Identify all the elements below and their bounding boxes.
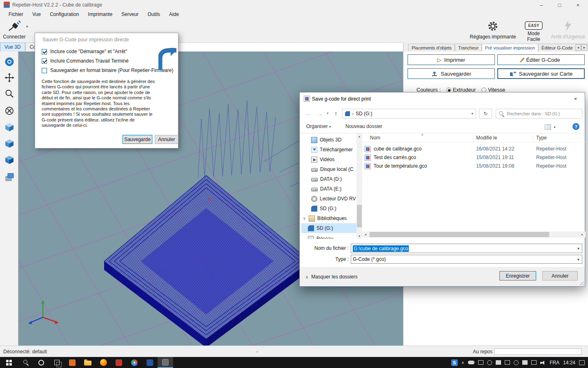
start-button[interactable] xyxy=(0,357,18,368)
volume-icon[interactable] xyxy=(540,360,546,365)
breadcrumb-location[interactable]: SD (G:) xyxy=(356,111,372,117)
close-button[interactable]: × xyxy=(569,0,587,10)
save-gcode-button[interactable]: Sauvegarder xyxy=(408,68,495,79)
tree-item-objets-3d[interactable]: Objets 3D xyxy=(301,135,356,145)
tree-item-dvd[interactable]: Lecteur DVD RV xyxy=(301,194,356,204)
column-nom[interactable]: Nom xyxy=(370,135,380,141)
move-view-tool[interactable] xyxy=(3,72,16,84)
tree-item-data-d[interactable]: DATA (D:) xyxy=(301,174,356,184)
back-button[interactable]: ← xyxy=(305,110,312,117)
organize-menu[interactable]: Organiser ▾ xyxy=(306,123,331,129)
edit-gcode-button[interactable]: Éditer G-Code xyxy=(497,54,585,65)
tray-expand-icon[interactable]: ∧ xyxy=(461,360,464,365)
menu-outils[interactable]: Outils xyxy=(143,11,165,18)
task-view-button[interactable] xyxy=(49,357,65,368)
notification-center-icon[interactable] xyxy=(579,360,585,365)
column-type[interactable]: Type xyxy=(536,135,547,141)
navigate-ball-tool[interactable] xyxy=(3,56,16,68)
tree-scrollbar[interactable]: ▴ ▾ xyxy=(356,133,362,239)
file-row-tour-de-temperature[interactable]: Tour de température.gco 15/08/2021 19:08… xyxy=(362,162,586,171)
minimize-button[interactable]: – xyxy=(532,0,550,10)
tree-item-sd-g-selected[interactable]: SD (G:) xyxy=(301,223,356,233)
tray-icon-2[interactable] xyxy=(487,360,492,365)
checkbox-start-stop-code[interactable]: Inclure code "Démarrage" et "Arrêt" xyxy=(42,49,127,54)
address-bar[interactable]: › SD (G:) ▾ xyxy=(342,109,476,119)
connect-button[interactable]: Connecter xyxy=(2,20,27,40)
tree-item-reseau[interactable]: Réseau xyxy=(301,234,356,239)
scroll-down-arrow[interactable]: ▾ xyxy=(356,233,362,239)
view-front-tool[interactable] xyxy=(3,121,16,133)
gcode-save-button[interactable]: Sauvegarde xyxy=(122,135,152,144)
tab-editeur-gcode[interactable]: Éditeur G-Code xyxy=(538,44,576,52)
menu-vue[interactable]: Vue xyxy=(28,11,45,18)
onedrive-icon[interactable] xyxy=(468,361,474,364)
clock[interactable]: 14:24 xyxy=(563,360,575,366)
address-dropdown[interactable]: ▾ xyxy=(471,112,473,116)
menu-imprimante[interactable]: Imprimante xyxy=(83,11,117,18)
tab-trancheur[interactable]: Trancheur xyxy=(455,44,482,52)
taskbar-app-repetier-active[interactable] xyxy=(158,357,173,368)
tree-item-bibliotheques[interactable]: ∨Bibliothèques xyxy=(301,213,356,223)
zoom-tool[interactable] xyxy=(3,88,16,100)
change-view-button[interactable] xyxy=(545,124,551,131)
tabs-scroll-right[interactable]: ▸ xyxy=(581,44,587,51)
filename-input[interactable]: G:\cube de calibrage.gco ▾ xyxy=(351,244,582,253)
checkbox-binary-format[interactable]: Sauvegarder en format binaire (Pour Repe… xyxy=(42,67,173,73)
connect-dropdown[interactable]: ▾ xyxy=(26,25,28,29)
scroll-up-arrow[interactable]: ▴ xyxy=(356,133,362,139)
tray-icon-3[interactable] xyxy=(496,360,501,365)
tree-item-data-e[interactable]: DATA (E:) xyxy=(301,184,356,194)
maximize-button[interactable]: □ xyxy=(550,0,569,10)
tab-previsualiser-impression[interactable]: Pré visualiser impression xyxy=(482,44,538,52)
tree-item-sd-g[interactable]: SD (G:) xyxy=(301,204,356,213)
tab-vue-3d[interactable]: Vue 3D xyxy=(0,43,25,52)
taskbar-search-button[interactable] xyxy=(18,357,33,368)
tray-icon-7[interactable] xyxy=(531,360,537,365)
hide-folders-button[interactable]: ∧ Masquer les dossiers xyxy=(305,274,358,280)
tree-item-disque-local-c[interactable]: Disque local (C xyxy=(301,164,356,174)
resize-grip[interactable] xyxy=(580,282,584,285)
view-dropdown[interactable]: ▾ xyxy=(554,125,556,129)
column-modifie-le[interactable]: Modifié le xyxy=(476,135,497,141)
menu-configuration[interactable]: Configuration xyxy=(45,11,83,18)
easy-mode-button[interactable]: EASY Mode Facile xyxy=(521,21,546,42)
scroll-right-arrow[interactable]: ▸ xyxy=(579,231,586,238)
taskbar-app-2[interactable] xyxy=(111,357,127,368)
menu-fichier[interactable]: Fichier xyxy=(4,11,28,18)
tree-item-telechargements[interactable]: Téléchargemer xyxy=(301,145,356,155)
tray-icon-4[interactable] xyxy=(505,360,510,365)
taskbar-app-explorer[interactable] xyxy=(80,357,96,368)
tree-item-videos[interactable]: Vidéos xyxy=(301,155,356,164)
cortana-button[interactable] xyxy=(33,357,49,368)
printer-settings-button[interactable]: Réglages imprimante xyxy=(468,20,517,40)
save-to-sd-card-button[interactable]: Sauvegarder sur Carte xyxy=(497,68,585,79)
tab-placements-objets[interactable]: Placements d'objets xyxy=(408,44,455,52)
view-iso-tool[interactable] xyxy=(3,154,16,166)
file-row-cube-de-calibrage[interactable]: cube de calibrage.gco 16/08/2021 14:22 R… xyxy=(362,145,586,153)
scroll-left-arrow[interactable]: ◂ xyxy=(362,231,369,238)
new-folder-button[interactable]: Nouveau dossier xyxy=(345,123,382,129)
filetype-dropdown-icon[interactable]: ▾ xyxy=(577,257,579,262)
show-layers-tool[interactable] xyxy=(3,171,16,183)
taskbar-app-1[interactable] xyxy=(65,357,80,368)
file-row-test-des-carres[interactable]: Test des carrés.gco 15/08/2021 19:11 Rep… xyxy=(362,153,586,162)
skype-icon[interactable]: S xyxy=(451,359,458,366)
refresh-button[interactable]: ↻ xyxy=(479,109,492,119)
taskbar-app-3[interactable] xyxy=(142,357,158,368)
tabs-scroll-left[interactable]: ◂ xyxy=(575,44,581,51)
filename-dropdown-icon[interactable]: ▾ xyxy=(577,246,579,251)
search-box[interactable]: Rechercher dans : SD (G:) xyxy=(496,109,582,119)
scrollbar-thumb[interactable] xyxy=(370,232,549,237)
tray-icon-5[interactable] xyxy=(514,360,519,365)
tray-icon-6[interactable] xyxy=(522,360,528,365)
filetype-select[interactable]: G-Code (*.gco) ▾ xyxy=(351,255,582,264)
view-top-tool[interactable] xyxy=(3,137,16,150)
up-button[interactable]: ↑ xyxy=(334,110,338,117)
taskbar-app-chrome[interactable] xyxy=(127,357,142,368)
help-button[interactable]: ? xyxy=(572,123,579,130)
horizontal-scrollbar[interactable]: ◂ ▸ xyxy=(362,231,586,238)
menu-aide[interactable]: Aide xyxy=(165,11,183,18)
print-button[interactable]: ▷ Imprimer xyxy=(408,54,495,65)
recent-locations-dropdown[interactable]: ▾ xyxy=(327,111,329,115)
save-dialog-close-button[interactable]: × xyxy=(566,92,585,105)
